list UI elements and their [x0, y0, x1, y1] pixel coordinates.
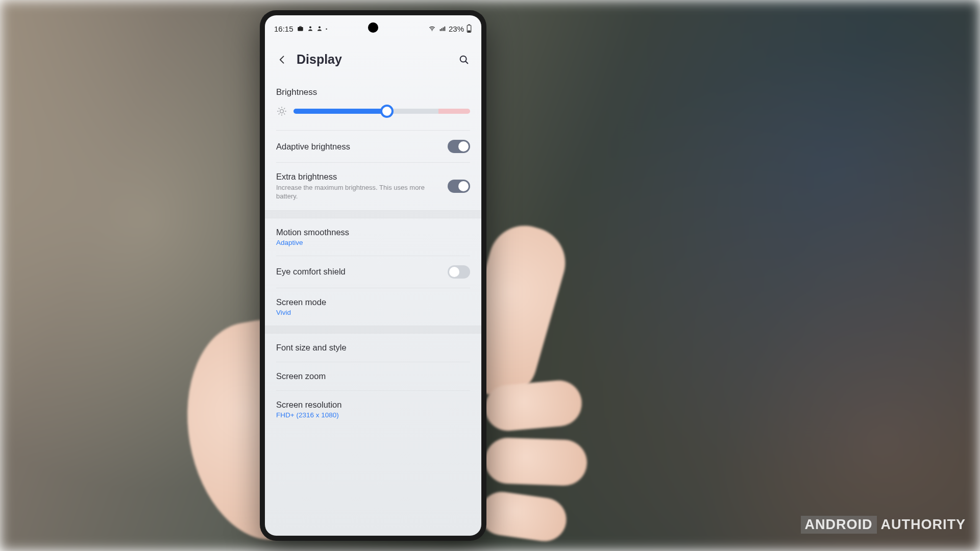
extra-brightness-row[interactable]: Extra brightness Increase the maximum br… — [265, 163, 481, 210]
font-size-row[interactable]: Font size and style — [265, 334, 481, 362]
screen-resolution-value: FHD+ (2316 x 1080) — [276, 411, 341, 419]
motion-smoothness-value: Adaptive — [276, 239, 349, 246]
svg-point-0 — [309, 27, 311, 29]
app-bar: Display — [265, 39, 481, 82]
section-gap — [265, 210, 481, 218]
phone-frame: 16:15 · 23% — [260, 10, 486, 541]
slider-thumb[interactable] — [380, 105, 394, 118]
svg-rect-3 — [440, 29, 441, 31]
svg-point-12 — [280, 110, 284, 113]
battery-icon — [466, 24, 472, 33]
svg-line-18 — [284, 114, 285, 114]
svg-rect-6 — [444, 27, 445, 31]
hand-finger — [484, 437, 587, 487]
screen-mode-label: Screen mode — [276, 297, 326, 307]
font-size-label: Font size and style — [276, 343, 347, 353]
screen-zoom-label: Screen zoom — [276, 371, 326, 381]
brightness-icon — [276, 106, 287, 117]
eye-comfort-row[interactable]: Eye comfort shield — [265, 256, 481, 288]
watermark-text: AUTHORITY — [881, 517, 966, 533]
svg-line-17 — [279, 108, 279, 109]
motion-smoothness-label: Motion smoothness — [276, 228, 349, 237]
front-camera — [368, 22, 378, 33]
screen-mode-row[interactable]: Screen mode Vivid — [265, 288, 481, 325]
motion-smoothness-row[interactable]: Motion smoothness Adaptive — [265, 218, 481, 256]
back-button[interactable] — [275, 53, 289, 67]
svg-rect-4 — [442, 28, 443, 31]
adaptive-brightness-row[interactable]: Adaptive brightness — [265, 131, 481, 162]
svg-point-1 — [318, 27, 321, 29]
svg-line-11 — [465, 61, 468, 63]
battery-percent: 23% — [449, 24, 464, 33]
person-icon — [307, 25, 313, 32]
extra-brightness-toggle[interactable] — [448, 180, 470, 193]
screen-resolution-row[interactable]: Screen resolution FHD+ (2316 x 1080) — [265, 391, 481, 422]
search-icon — [458, 54, 470, 65]
adaptive-brightness-label: Adaptive brightness — [276, 142, 350, 152]
more-notifications-dot: · — [326, 24, 328, 33]
eye-comfort-toggle[interactable] — [448, 265, 470, 279]
brightness-slider[interactable] — [293, 109, 470, 114]
svg-line-20 — [284, 108, 285, 109]
svg-point-2 — [432, 30, 433, 31]
watermark: ANDROID AUTHORITY — [801, 516, 966, 534]
watermark-box: ANDROID — [801, 516, 877, 534]
brightness-section: Brightness — [265, 87, 481, 117]
svg-rect-8 — [469, 24, 470, 26]
brightness-label: Brightness — [276, 87, 470, 97]
extra-brightness-label: Extra brightness — [276, 172, 442, 182]
phone-screen: 16:15 · 23% — [265, 15, 481, 536]
page-title: Display — [297, 52, 457, 67]
screen-mode-value: Vivid — [276, 309, 326, 316]
adaptive-brightness-toggle[interactable] — [448, 140, 470, 153]
screen-zoom-row[interactable]: Screen zoom — [265, 362, 481, 390]
screen-resolution-label: Screen resolution — [276, 400, 341, 410]
svg-rect-5 — [443, 28, 444, 31]
status-clock: 16:15 — [274, 24, 293, 33]
slider-fill — [293, 109, 387, 114]
chevron-left-icon — [277, 55, 287, 65]
svg-line-19 — [279, 114, 279, 114]
eye-comfort-label: Eye comfort shield — [276, 267, 346, 277]
briefcase-icon — [297, 25, 304, 32]
signal-icon — [438, 25, 447, 32]
search-button[interactable] — [457, 53, 471, 67]
person-icon — [316, 25, 323, 32]
wifi-icon — [428, 25, 436, 32]
extra-brightness-sub: Increase the maximum brightness. This us… — [276, 184, 442, 201]
section-gap — [265, 325, 481, 334]
svg-rect-9 — [468, 31, 470, 32]
